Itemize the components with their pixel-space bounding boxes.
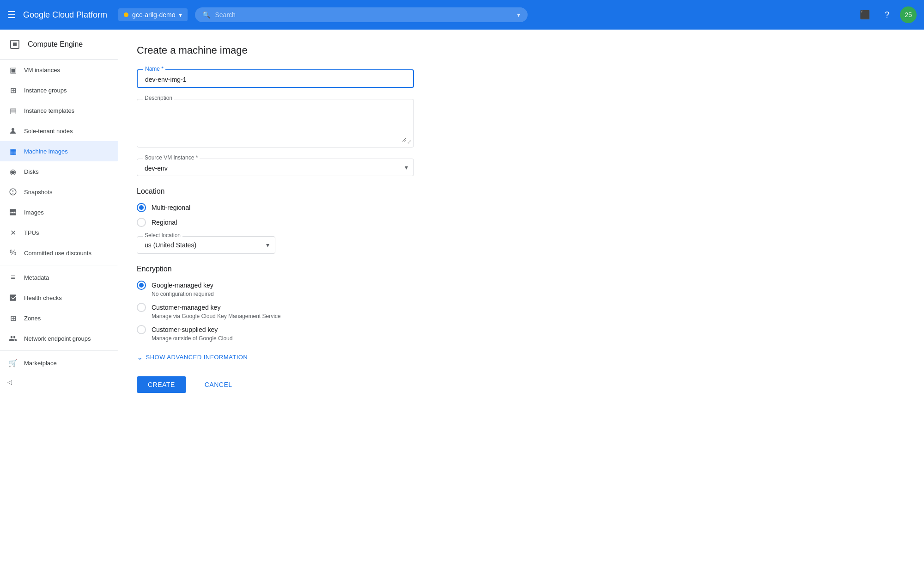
sidebar-label-instance-templates: Instance templates — [24, 107, 74, 114]
sole-tenant-icon — [7, 125, 18, 136]
layout: Compute Engine ▣ VM instances ⊞ Instance… — [0, 30, 924, 564]
select-location-chevron-icon: ▾ — [266, 241, 269, 249]
description-field: Description ⤢ — [137, 99, 414, 147]
action-buttons: CREATE CANCEL — [137, 376, 414, 393]
sidebar-item-snapshots[interactable]: Snapshots — [0, 182, 118, 202]
main-content: Create a machine image Name * Descriptio… — [118, 30, 924, 564]
customer-managed-label: Customer-managed key — [152, 304, 220, 311]
google-managed-label: Google-managed key — [152, 282, 213, 289]
customer-managed-option: Customer-managed key Manage via Google C… — [137, 303, 414, 319]
source-vm-label: Source VM instance * — [143, 154, 200, 161]
sidebar-label-images: Images — [24, 209, 44, 216]
sidebar-item-marketplace[interactable]: 🛒 Marketplace — [0, 353, 118, 373]
select-location-dropdown[interactable]: Select location us (United States) ▾ — [137, 236, 275, 254]
sidebar-item-metadata[interactable]: ≡ Metadata — [0, 267, 118, 288]
instance-templates-icon: ▤ — [7, 105, 18, 116]
sidebar-title: Compute Engine — [28, 40, 83, 49]
regional-radio[interactable] — [137, 218, 146, 227]
search-chevron-icon: ▾ — [517, 11, 520, 18]
sidebar-label-instance-groups: Instance groups — [24, 87, 67, 94]
sidebar-item-machine-images[interactable]: ▦ Machine images — [0, 141, 118, 161]
name-input[interactable] — [145, 76, 406, 83]
images-icon — [7, 207, 18, 218]
customer-supplied-radio[interactable] — [137, 325, 146, 334]
customer-supplied-label: Customer-supplied key — [152, 326, 218, 333]
network-endpoint-groups-icon — [7, 333, 18, 344]
description-field-group: Description ⤢ — [137, 99, 414, 147]
compute-engine-icon — [7, 37, 22, 52]
sidebar-collapse-button[interactable]: ◁ — [0, 373, 118, 391]
google-managed-radio[interactable] — [137, 281, 146, 290]
customer-supplied-option: Customer-supplied key Manage outside of … — [137, 325, 414, 342]
sidebar-label-marketplace: Marketplace — [24, 360, 57, 367]
sidebar-item-tpus[interactable]: ✕ TPUs — [0, 222, 118, 243]
name-field-group: Name * — [137, 69, 414, 88]
multi-regional-radio[interactable] — [137, 203, 146, 212]
sidebar: Compute Engine ▣ VM instances ⊞ Instance… — [0, 30, 118, 564]
cancel-button[interactable]: CANCEL — [194, 376, 243, 393]
snapshots-icon — [7, 186, 18, 197]
sidebar-label-committed-use: Committed use discounts — [24, 250, 91, 257]
regional-option[interactable]: Regional — [137, 218, 414, 227]
search-input[interactable] — [215, 11, 513, 18]
menu-icon[interactable]: ☰ — [7, 9, 16, 20]
terminal-icon[interactable]: ⬛ — [856, 6, 874, 24]
source-vm-select[interactable]: Source VM instance * dev-env ▾ — [137, 159, 414, 176]
select-location-label: Select location — [143, 232, 182, 239]
help-icon[interactable]: ? — [878, 6, 896, 24]
show-advanced-label: SHOW ADVANCED INFORMATION — [146, 354, 248, 361]
sidebar-label-disks: Disks — [24, 168, 39, 175]
sidebar-label-health-checks: Health checks — [24, 294, 62, 301]
resize-handle: ⤢ — [407, 139, 412, 145]
google-managed-option: Google-managed key No configuration requ… — [137, 281, 414, 297]
sidebar-item-committed-use[interactable]: % Committed use discounts — [0, 243, 118, 263]
sidebar-item-disks[interactable]: ◉ Disks — [0, 161, 118, 182]
topbar: ☰ Google Cloud Platform gce-arilg-demo ▾… — [0, 0, 924, 30]
sidebar-label-metadata: Metadata — [24, 274, 49, 281]
create-button[interactable]: CREATE — [137, 376, 186, 393]
sidebar-item-sole-tenant-nodes[interactable]: Sole-tenant nodes — [0, 121, 118, 141]
sidebar-label-snapshots: Snapshots — [24, 189, 52, 196]
location-title: Location — [137, 187, 414, 196]
sidebar-item-instance-templates[interactable]: ▤ Instance templates — [0, 100, 118, 121]
sidebar-item-vm-instances[interactable]: ▣ VM instances — [0, 60, 118, 80]
metadata-icon: ≡ — [7, 272, 18, 283]
sidebar-label-sole-tenant-nodes: Sole-tenant nodes — [24, 128, 73, 135]
svg-point-2 — [12, 128, 14, 131]
description-input[interactable] — [145, 105, 406, 142]
sidebar-item-network-endpoint-groups[interactable]: Network endpoint groups — [0, 328, 118, 349]
project-selector[interactable]: gce-arilg-demo ▾ — [118, 8, 188, 21]
project-name: gce-arilg-demo — [132, 11, 175, 18]
multi-regional-option[interactable]: Multi-regional — [137, 203, 414, 212]
project-dot — [124, 12, 128, 17]
disks-icon: ◉ — [7, 166, 18, 177]
search-bar[interactable]: 🔍 ▾ — [195, 7, 528, 22]
sidebar-item-zones[interactable]: ⊞ Zones — [0, 308, 118, 328]
show-advanced-toggle[interactable]: ⌄ SHOW ADVANCED INFORMATION — [137, 353, 414, 362]
sidebar-item-instance-groups[interactable]: ⊞ Instance groups — [0, 80, 118, 100]
encryption-radio-group: Google-managed key No configuration requ… — [137, 281, 414, 342]
sidebar-label-network-endpoint-groups: Network endpoint groups — [24, 335, 91, 342]
sidebar-label-vm-instances: VM instances — [24, 67, 60, 74]
source-vm-chevron-icon: ▾ — [405, 164, 408, 171]
marketplace-icon: 🛒 — [7, 357, 18, 368]
svg-rect-1 — [13, 43, 17, 46]
sidebar-item-health-checks[interactable]: Health checks — [0, 288, 118, 308]
project-chevron-icon: ▾ — [179, 11, 182, 18]
location-section: Location Multi-regional Regional Select … — [137, 187, 414, 254]
topbar-icons: ⬛ ? 25 — [856, 6, 917, 24]
regional-label: Regional — [152, 219, 177, 226]
machine-images-icon: ▦ — [7, 146, 18, 157]
sidebar-label-zones: Zones — [24, 315, 41, 322]
search-icon: 🔍 — [202, 11, 210, 18]
instance-groups-icon: ⊞ — [7, 85, 18, 96]
customer-managed-radio[interactable] — [137, 303, 146, 312]
source-vm-field-group: Source VM instance * dev-env ▾ — [137, 159, 414, 176]
topbar-logo: Google Cloud Platform — [23, 10, 107, 20]
avatar[interactable]: 25 — [900, 6, 917, 23]
customer-managed-sub: Manage via Google Cloud Key Management S… — [152, 313, 414, 319]
sidebar-item-images[interactable]: Images — [0, 202, 118, 222]
select-location-value: us (United States) — [145, 241, 196, 249]
description-label: Description — [143, 95, 174, 101]
collapse-icon: ◁ — [7, 379, 12, 386]
